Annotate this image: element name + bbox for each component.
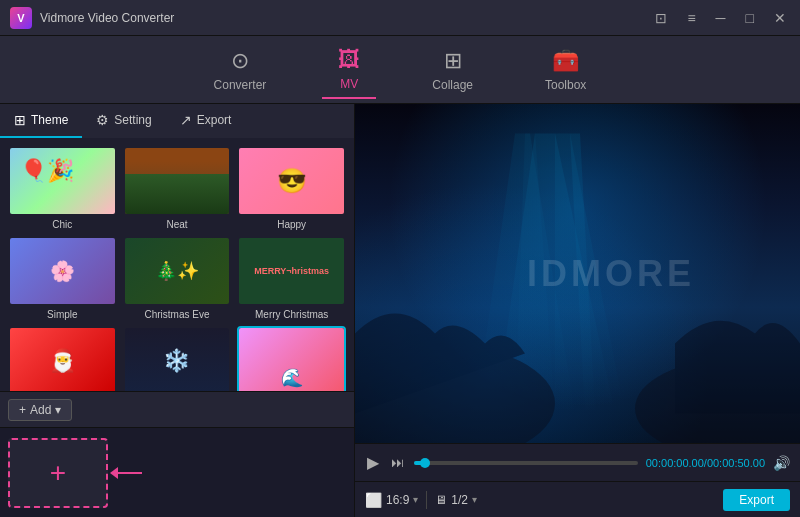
theme-chic[interactable]: Chic [8,146,117,230]
tab-converter[interactable]: ⊙ Converter [198,42,283,98]
add-media-plus-icon: + [50,457,66,489]
theme-santa-claus[interactable]: Santa Claus [8,326,117,391]
theme-happy[interactable]: Happy [237,146,346,230]
export-tab-icon: ↗ [180,112,192,128]
watermark: IDMORE [527,253,695,295]
add-label: Add [30,403,51,417]
screen-select[interactable]: 🖥 1/2 ▾ [435,493,477,507]
theme-merry-christmas[interactable]: Merry Christmas [237,236,346,320]
maximize-button[interactable]: □ [742,8,758,28]
theme-neat-label: Neat [166,219,187,230]
mv-label: MV [340,77,358,91]
tab-collage[interactable]: ⊞ Collage [416,42,489,98]
title-bar-left: V Vidmore Video Converter [10,7,174,29]
app-logo: V [10,7,32,29]
collage-label: Collage [432,78,473,92]
tab-mv[interactable]: 🖼 MV [322,41,376,99]
theme-christmas-eve-label: Christmas Eve [144,309,209,320]
theme-simple-label: Simple [47,309,78,320]
play-button[interactable]: ▶ [365,451,381,474]
toolbox-label: Toolbox [545,78,586,92]
left-panel: ⊞ Theme ⚙ Setting ↗ Export Chic [0,104,355,517]
setting-tab-label: Setting [114,113,151,127]
converter-icon: ⊙ [231,48,249,74]
time-display: 00:00:00.00/00:00:50.00 [646,457,765,469]
ratio-dropdown-arrow: ▾ [413,494,418,505]
aspect-ratio-select[interactable]: ⬜ 16:9 ▾ [365,492,418,508]
arrow-line [118,472,142,474]
app-title: Vidmore Video Converter [40,11,174,25]
subtab-theme[interactable]: ⊞ Theme [0,104,82,138]
screen-dropdown-arrow: ▾ [472,494,477,505]
add-media-placeholder[interactable]: + [8,438,108,508]
aspect-ratio-value: 16:9 [386,493,409,507]
arrow-head [110,467,118,479]
theme-grid: Chic Neat Happy Simple [0,138,354,391]
right-panel: IDMORE ▶ ⏭ 00:00:00.00/00:00:50.00 🔊 ⬜ 1… [355,104,800,517]
skip-button[interactable]: ⏭ [389,453,406,472]
screen-option-value: 1/2 [451,493,468,507]
minimize-button[interactable]: ─ [712,8,730,28]
theme-chic-label: Chic [52,219,72,230]
setting-tab-icon: ⚙ [96,112,109,128]
arrow-indicator [111,467,142,479]
export-tab-label: Export [197,113,232,127]
theme-tab-icon: ⊞ [14,112,26,128]
title-bar: V Vidmore Video Converter ⊡ ≡ ─ □ ✕ [0,0,800,36]
subtab-export[interactable]: ↗ Export [166,104,246,138]
theme-christmas-eve[interactable]: Christmas Eve [123,236,232,320]
window-controls-icon[interactable]: ⊡ [651,8,671,28]
hamburger-icon[interactable]: ≡ [683,8,699,28]
main-content: ⊞ Theme ⚙ Setting ↗ Export Chic [0,104,800,517]
add-bar: + Add ▾ [0,391,354,427]
progress-dot [420,458,430,468]
add-plus-icon: + [19,403,26,417]
toolbox-icon: 🧰 [552,48,579,74]
theme-tab-label: Theme [31,113,68,127]
video-preview: IDMORE [355,104,800,443]
collage-icon: ⊞ [444,48,462,74]
window-controls: ⊡ ≡ ─ □ ✕ [651,8,790,28]
divider [426,491,427,509]
converter-label: Converter [214,78,267,92]
theme-simple[interactable]: Simple [8,236,117,320]
media-strip: + [0,427,354,517]
nav-bar: ⊙ Converter 🖼 MV ⊞ Collage 🧰 Toolbox [0,36,800,104]
theme-snowy-night[interactable]: Snowy Night [123,326,232,391]
theme-happy-label: Happy [277,219,306,230]
sub-tabs: ⊞ Theme ⚙ Setting ↗ Export [0,104,354,138]
mv-icon: 🖼 [338,47,360,73]
video-controls: ▶ ⏭ 00:00:00.00/00:00:50.00 🔊 [355,443,800,481]
bottom-bar: ⬜ 16:9 ▾ 🖥 1/2 ▾ Export [355,481,800,517]
add-dropdown-icon: ▾ [55,403,61,417]
export-button[interactable]: Export [723,489,790,511]
add-button[interactable]: + Add ▾ [8,399,72,421]
progress-bar[interactable] [414,461,638,465]
volume-icon[interactable]: 🔊 [773,455,790,471]
subtab-setting[interactable]: ⚙ Setting [82,104,165,138]
theme-merry-christmas-label: Merry Christmas [255,309,328,320]
screen-icon: 🖥 [435,493,447,507]
ratio-icon: ⬜ [365,492,382,508]
theme-neat[interactable]: Neat [123,146,232,230]
tab-toolbox[interactable]: 🧰 Toolbox [529,42,602,98]
theme-stripes-waves[interactable]: Stripes & Waves [237,326,346,391]
close-button[interactable]: ✕ [770,8,790,28]
